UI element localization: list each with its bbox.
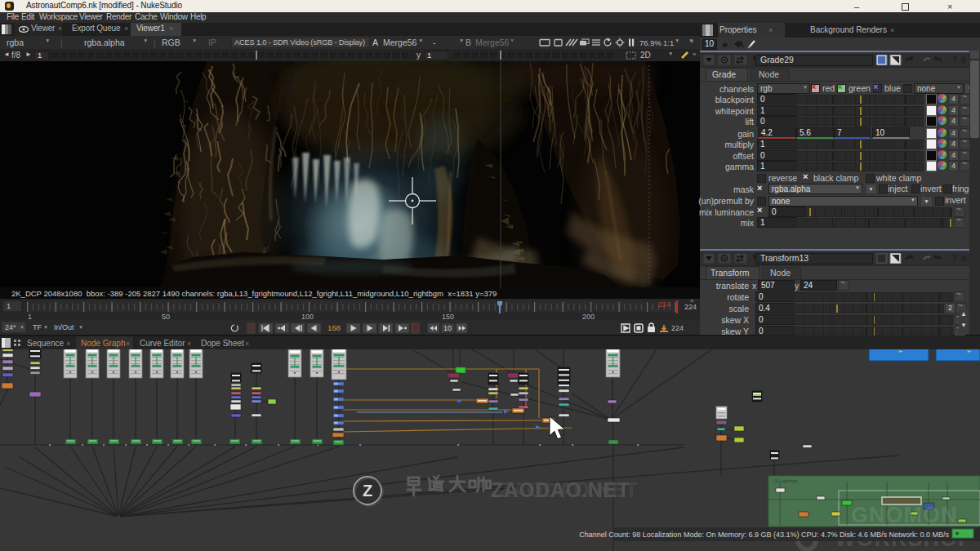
svg-text:200: 200 xyxy=(582,313,595,320)
svg-text:Curve Editor: Curve Editor xyxy=(140,339,185,348)
svg-text:100: 100 xyxy=(301,313,314,320)
svg-text:168: 168 xyxy=(327,323,341,332)
svg-text:ǒ: ǒ xyxy=(961,254,966,263)
svg-text:1: 1 xyxy=(7,302,11,310)
svg-text:50: 50 xyxy=(162,313,170,320)
svg-text:L10_rightbgm: L10_rightbgm xyxy=(773,478,798,483)
svg-text:×: × xyxy=(66,340,70,348)
svg-text:ǒ: ǒ xyxy=(961,56,966,64)
svg-text:150: 150 xyxy=(442,313,454,320)
svg-text:ZAODAO.NET: ZAODAO.NET xyxy=(499,478,638,501)
svg-text:?: ? xyxy=(952,254,957,263)
svg-text:24*: 24* xyxy=(5,323,16,331)
svg-text:Z: Z xyxy=(363,482,372,500)
svg-text:1: 1 xyxy=(28,313,32,320)
svg-text:Sequence: Sequence xyxy=(27,339,64,348)
svg-text:▼: ▼ xyxy=(20,325,24,330)
svg-text:×: × xyxy=(187,340,191,348)
svg-text:▼: ▼ xyxy=(43,325,48,330)
svg-text:▼: ▼ xyxy=(78,325,83,330)
svg-text:Dope Sheet: Dope Sheet xyxy=(201,339,244,348)
svg-text:Channel Count: 98 Localizatio: Channel Count: 98 Localization Mode: On … xyxy=(579,531,949,539)
svg-text:Node Graph: Node Graph xyxy=(81,339,125,348)
svg-text:TF: TF xyxy=(33,323,42,331)
svg-text:×: × xyxy=(126,340,130,348)
svg-text:In/Out: In/Out xyxy=(54,323,74,331)
svg-text:×: × xyxy=(245,340,249,348)
svg-text:GNOMON: GNOMON xyxy=(851,503,958,527)
svg-text:?: ? xyxy=(952,56,957,64)
svg-text:10: 10 xyxy=(443,324,452,332)
